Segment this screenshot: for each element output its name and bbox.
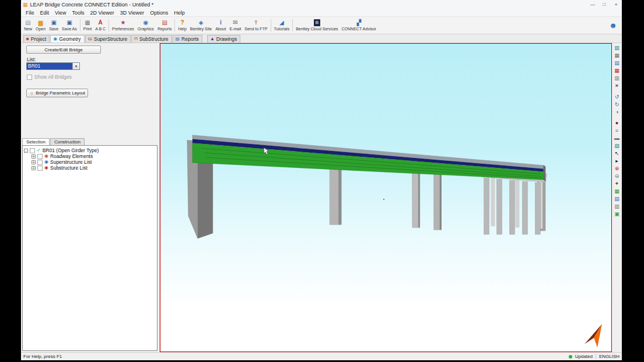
bentley-site-icon: ◈ (199, 19, 204, 26)
tab-geometry[interactable]: ◉ Geometry (50, 35, 84, 43)
email-icon: ✉ (233, 19, 237, 26)
tab-substructure[interactable]: Π SubStructure (131, 35, 172, 43)
superstructure-girders-icon: Ш (88, 37, 92, 41)
3d-viewport[interactable] (160, 43, 612, 352)
tree-node-bridge-root[interactable]: - ✓ BR01 (Open Girder Type) (24, 147, 156, 153)
tree-node-substructure-list[interactable]: + ◉ Substructure List (32, 165, 156, 171)
render-cube-icon[interactable]: ▧ (613, 44, 621, 52)
about-button[interactable]: i About (214, 19, 228, 32)
bridge-parametric-layout-button[interactable]: ☼ Bridge Parametric Layout (26, 89, 88, 97)
maximize-button[interactable]: □ (598, 0, 610, 9)
tab-superstructure[interactable]: Ш SuperStructure (85, 35, 131, 43)
reports-tab-icon: ▤ (176, 37, 180, 41)
menu-bar: File Edit View Tools 2D Viewer 3D Viewer… (21, 9, 622, 16)
tab-selection[interactable]: Selection (22, 138, 50, 145)
connect-advisor-button[interactable]: ▞ CONNECT Advisor (340, 19, 378, 32)
app-logo-icon: ▦ (23, 2, 28, 8)
diagram-view-icon[interactable]: ▤ (613, 195, 621, 203)
bentley-cloud-services-button[interactable]: B Bentley Cloud Services (294, 19, 340, 32)
toolbar-separator (174, 19, 175, 31)
north-arrow-compass (584, 324, 602, 347)
grid-icon[interactable]: ▦ (613, 67, 621, 75)
help-button[interactable]: ? Help (176, 19, 188, 32)
save-as-icon: ▣ (66, 19, 72, 26)
title-bar: ▦ LEAP Bridge Concrete CONNECT Edition -… (21, 0, 622, 9)
tab-reports[interactable]: ▤ Reports (173, 35, 202, 43)
module-tab-bar: ■ Project ◉ Geometry Ш SuperStructure Π … (21, 34, 622, 43)
zoom-out-icon[interactable]: ⊖ (613, 173, 621, 180)
expand-expander[interactable]: + (32, 154, 36, 159)
tree-checkbox[interactable] (37, 166, 43, 171)
roadway-icon: ◉ (44, 154, 48, 159)
close-button[interactable]: × (610, 0, 622, 9)
print-icon: ▦ (85, 19, 90, 26)
checkbox-box[interactable] (27, 75, 32, 80)
new-button[interactable]: ▤ New (22, 19, 34, 32)
menu-edit[interactable]: Edit (37, 10, 52, 16)
tree-node-superstructure-list[interactable]: + ◉ Superstructure List (32, 159, 156, 165)
copy-view-icon[interactable]: ▥ (613, 75, 621, 82)
pan-icon[interactable]: ↖ (613, 150, 621, 157)
preferences-button[interactable]: ★ Preferences (110, 19, 136, 32)
tree-checkbox[interactable] (37, 160, 43, 165)
create-edit-bridge-button[interactable]: Create/Edit Bridge (26, 45, 101, 54)
print-preview-icon[interactable]: ▣ (613, 210, 621, 218)
shaded-view-icon[interactable]: ▧ (613, 142, 621, 150)
menu-3d-viewer[interactable]: 3D Viewer (117, 10, 147, 16)
tab-construction[interactable]: Construction (50, 138, 85, 145)
section-cut-icon[interactable]: ▬ (613, 135, 621, 142)
spell-check-button[interactable]: A A B C (93, 19, 107, 32)
bentley-site-button[interactable]: ◈ Bentley Site (188, 19, 214, 32)
bridge-select-dropdown[interactable]: BR01 ▼ (26, 62, 80, 70)
email-button[interactable]: ✉ E-mail (228, 19, 243, 32)
print-view-icon[interactable]: ▦ (613, 52, 621, 59)
minimize-button[interactable]: — (587, 0, 598, 9)
tree-checkbox[interactable] (37, 154, 43, 159)
menu-options[interactable]: Options (147, 10, 171, 16)
menu-2d-viewer[interactable]: 2D Viewer (87, 10, 117, 16)
menu-file[interactable]: File (23, 10, 37, 16)
data-table-icon[interactable]: ▦ (613, 188, 621, 195)
send-ftp-button[interactable]: ⇑ Send to FTP (243, 19, 269, 32)
status-help-text: For Help, press F1 (23, 354, 62, 359)
rotate-right-icon[interactable]: ↻ (613, 101, 621, 108)
tutorials-button[interactable]: ◢ Tutorials (272, 19, 292, 32)
orbit-view-icon[interactable]: ◑ (613, 108, 621, 116)
expand-expander[interactable]: + (32, 160, 36, 164)
show-all-bridges-checkbox[interactable]: Show All Bridges (27, 74, 72, 80)
menu-view[interactable]: View (52, 10, 69, 16)
select-cursor-icon[interactable]: ▸ (613, 157, 621, 165)
user-profile-icon[interactable]: ☻ (609, 21, 617, 30)
expand-expander[interactable]: + (32, 166, 36, 170)
export-view-icon[interactable]: ▤ (613, 59, 621, 67)
substructure-list-icon: ◉ (44, 166, 48, 170)
open-folder-icon: ▆ (38, 19, 43, 26)
tab-drawings[interactable]: ▲ Drawings (207, 35, 240, 43)
save-as-button[interactable]: ▣ Save As (60, 19, 79, 32)
chevron-down-icon[interactable]: ▼ (72, 63, 79, 69)
collapse-expander[interactable]: - (24, 149, 28, 153)
menu-tools[interactable]: Tools (69, 10, 87, 16)
tree-node-roadway-elements[interactable]: + ◉ Roadway Elements (32, 153, 156, 159)
delete-view-icon[interactable]: × (613, 82, 621, 90)
tree-checkbox[interactable] (30, 148, 35, 153)
graphics-icon: ◉ (144, 19, 149, 26)
open-button[interactable]: ▆ Open (34, 19, 47, 32)
sphere-view-icon[interactable]: ● (613, 120, 621, 127)
rotate-left-icon[interactable]: ↺ (613, 93, 621, 101)
save-button[interactable]: ▣ Save (47, 19, 60, 32)
reports-button[interactable]: ▤ Reports (156, 19, 174, 32)
report-view-icon[interactable]: ▥ (613, 203, 621, 210)
layers-icon[interactable]: ≡ (613, 127, 621, 135)
about-icon: i (220, 19, 222, 26)
updated-label: Updated (575, 354, 593, 359)
graphics-button[interactable]: ◉ Graphics (136, 19, 156, 32)
print-button[interactable]: ▦ Print (82, 19, 93, 32)
tutorials-icon: ◢ (279, 19, 284, 26)
zoom-in-icon[interactable]: ⊕ (613, 165, 621, 173)
zoom-extents-icon[interactable]: + (613, 180, 621, 188)
menu-help[interactable]: Help (171, 10, 188, 16)
tab-project[interactable]: ■ Project (23, 35, 50, 43)
status-separator (596, 354, 596, 359)
bridge-deck (192, 135, 545, 182)
